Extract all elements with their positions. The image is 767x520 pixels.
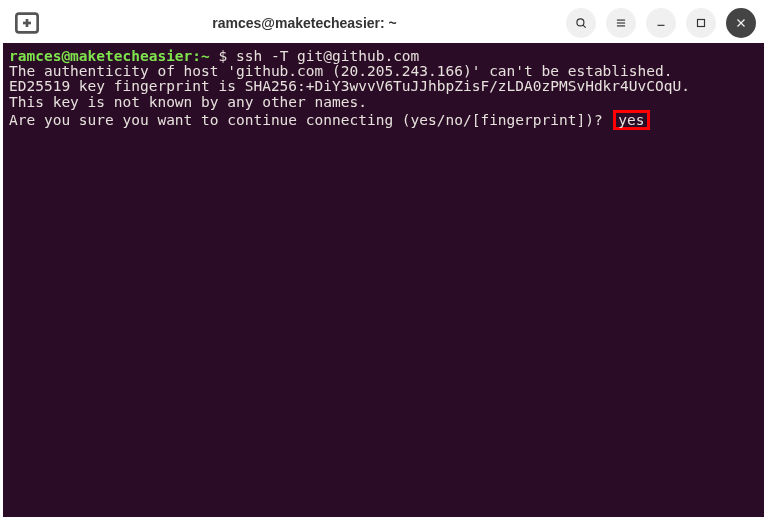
highlighted-answer: yes — [613, 110, 649, 131]
output-line-3: This key is not known by any other names… — [9, 94, 367, 110]
menu-button[interactable] — [606, 8, 636, 38]
svg-rect-9 — [698, 20, 705, 27]
search-button[interactable] — [566, 8, 596, 38]
titlebar: ramces@maketecheasier: ~ — [3, 3, 764, 43]
output-line-2: ED25519 key fingerprint is SHA256:+DiY3w… — [9, 78, 690, 94]
maximize-button[interactable] — [686, 8, 716, 38]
prompt-user: ramces@maketecheasier — [9, 48, 192, 64]
minimize-button[interactable] — [646, 8, 676, 38]
output-line-4-question: Are you sure you want to continue connec… — [9, 112, 603, 128]
terminal-body[interactable]: ramces@maketecheasier:~ $ ssh -T git@git… — [3, 43, 764, 517]
command: ssh -T git@github.com — [236, 48, 419, 64]
window-title: ramces@maketecheasier: ~ — [51, 15, 558, 31]
prompt-sep: : — [192, 48, 201, 64]
svg-point-3 — [577, 19, 584, 26]
svg-line-4 — [583, 25, 586, 28]
close-button[interactable] — [726, 8, 756, 38]
terminal-window: ramces@maketecheasier: ~ ramces@maketech… — [0, 0, 767, 520]
prompt-symbol: $ — [210, 48, 236, 64]
output-line-1: The authenticity of host 'github.com (20… — [9, 63, 672, 79]
new-tab-button[interactable] — [11, 8, 43, 38]
prompt-path: ~ — [201, 48, 210, 64]
